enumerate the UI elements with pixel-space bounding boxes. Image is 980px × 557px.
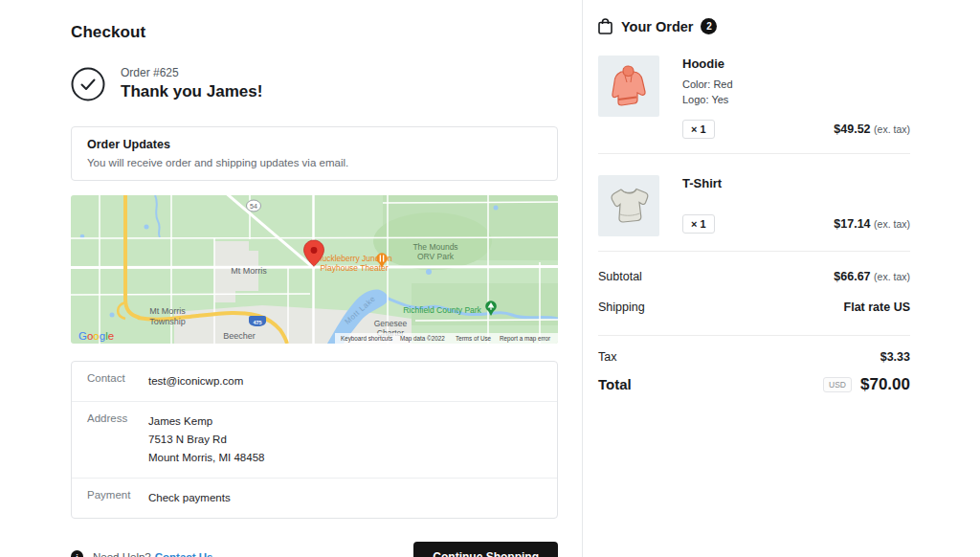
item-price: $17.14 (ex. tax) xyxy=(834,217,910,231)
need-help-text: Need Help? xyxy=(93,551,151,557)
subtotal-label: Subtotal xyxy=(598,270,642,283)
order-confirmation: Order #625 Thank you James! xyxy=(71,66,558,101)
subtotal-value: $66.67 (ex. tax) xyxy=(834,270,910,283)
contact-us-link[interactable]: Contact Us xyxy=(155,551,213,557)
map-data-attribution: Map data ©2022 xyxy=(400,335,445,343)
order-summary-panel: Your Order 2 Hoodie Color: Red Logo: Yes xyxy=(598,18,910,394)
shopping-bag-icon xyxy=(598,18,612,34)
shipping-label: Shipping xyxy=(598,301,645,314)
address-label: Address xyxy=(87,412,148,467)
shipping-row: Shipping Flat rate US xyxy=(598,301,910,314)
order-details-table: Contact test@iconicwp.com Address James … xyxy=(71,361,558,519)
total-label: Total xyxy=(598,376,632,392)
item-count-badge: 2 xyxy=(701,18,717,34)
tshirt-thumbnail xyxy=(598,175,659,236)
order-number: Order #625 xyxy=(121,66,262,79)
order-totals: Subtotal $66.67 (ex. tax) Shipping Flat … xyxy=(598,270,910,394)
order-summary-title: Your Order xyxy=(621,19,693,34)
item-quantity-badge: × 1 xyxy=(682,214,715,234)
address-row: Address James Kemp 7513 N Bray Rd Mount … xyxy=(72,401,557,478)
subtotal-row: Subtotal $66.67 (ex. tax) xyxy=(598,270,910,283)
info-icon: i xyxy=(71,550,83,557)
checkout-page: Checkout Order #625 Thank you James! Ord… xyxy=(0,0,980,557)
item-price: $49.52 (ex. tax) xyxy=(834,123,910,136)
thank-you-heading: Thank you James! xyxy=(121,82,262,101)
report-map-error-link[interactable]: Report a map error xyxy=(500,335,550,343)
item-meta: Color: Red Logo: Yes xyxy=(682,78,910,108)
item-quantity-badge: × 1 xyxy=(682,120,715,139)
item-name: T-Shirt xyxy=(682,176,910,190)
map-route-54-shield: 54 xyxy=(247,200,261,212)
contact-value: test@iconicwp.com xyxy=(148,372,243,390)
order-updates-body: You will receive order and shipping upda… xyxy=(87,157,542,168)
order-updates-title: Order Updates xyxy=(87,138,542,151)
tax-value: $3.33 xyxy=(880,350,910,364)
order-summary-header: Your Order 2 xyxy=(598,18,910,34)
tshirt-image xyxy=(607,186,651,226)
summary-divider xyxy=(598,251,910,252)
item-divider xyxy=(598,153,910,154)
tax-label: Tax xyxy=(598,350,616,364)
contact-row: Contact test@iconicwp.com xyxy=(72,362,557,401)
map-route-475-shield: 475 xyxy=(249,316,266,326)
page-title: Checkout xyxy=(71,23,558,42)
shipping-value: Flat rate US xyxy=(844,301,910,314)
map-label-township-1: Mt Morris xyxy=(149,306,186,316)
order-item-hoodie: Hoodie Color: Red Logo: Yes × 1 $49.52 (… xyxy=(598,56,910,139)
order-location-map[interactable]: 54 475 Mt Morris Mt Morris Township Beec… xyxy=(71,195,558,344)
svg-text:475: 475 xyxy=(253,320,261,325)
payment-row: Payment Check payments xyxy=(72,478,557,518)
panel-divider xyxy=(582,0,583,557)
currency-badge: USD xyxy=(823,377,852,392)
hoodie-thumbnail xyxy=(598,56,659,117)
order-item-tshirt: T-Shirt × 1 $17.14 (ex. tax) xyxy=(598,175,910,236)
map-label-genesee-1: Genesee xyxy=(374,319,408,328)
google-logo[interactable]: Google xyxy=(78,330,114,342)
continue-shopping-button[interactable]: Continue Shopping xyxy=(413,542,558,557)
checkout-main: Checkout Order #625 Thank you James! Ord… xyxy=(71,23,558,557)
payment-value: Check payments xyxy=(148,489,231,507)
item-name: Hoodie xyxy=(682,56,910,71)
checkout-footer: i Need Help? Contact Us Continue Shoppin… xyxy=(71,542,558,557)
address-value: James Kemp 7513 N Bray Rd Mount Morris, … xyxy=(148,412,264,467)
map-label-beecher: Beecher xyxy=(223,331,256,341)
order-updates-notice: Order Updates You will receive order and… xyxy=(71,126,558,181)
tax-divider xyxy=(598,335,910,336)
keyboard-shortcuts-link[interactable]: Keyboard shortcuts xyxy=(341,335,392,343)
tax-row: Tax $3.33 xyxy=(598,350,910,364)
contact-label: Contact xyxy=(87,372,148,390)
map-label-mounds-2: ORV Park xyxy=(417,252,455,261)
total-amount: $70.00 xyxy=(860,375,910,394)
map-label-township-2: Township xyxy=(149,317,186,326)
map-label-poi-2: Playhouse Theater xyxy=(320,263,388,273)
total-row: Total USD $70.00 xyxy=(598,375,910,394)
success-check-icon xyxy=(71,67,105,101)
map-label-mt-morris: Mt Morris xyxy=(231,266,267,276)
map-label-richfield: Richfield County Park xyxy=(403,305,481,315)
svg-text:54: 54 xyxy=(250,203,257,210)
hoodie-image xyxy=(608,64,650,108)
map-label-mounds-1: The Mounds xyxy=(412,242,457,252)
terms-of-use-link[interactable]: Terms of Use xyxy=(456,335,492,342)
payment-label: Payment xyxy=(87,489,148,507)
